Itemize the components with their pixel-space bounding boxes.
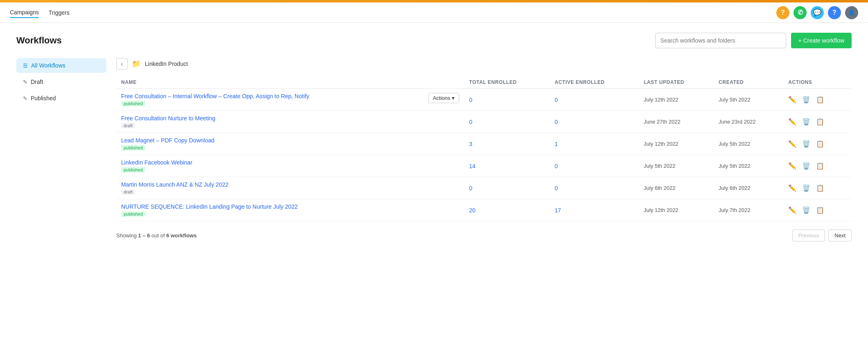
workflow-name-link[interactable]: Free Consultation Nurture to Meeting — [121, 115, 459, 122]
nav-icons: ? ✆ 💬 ? 👤 — [776, 6, 858, 19]
nav-triggers[interactable]: Triggers — [49, 8, 70, 18]
actions-dropdown[interactable]: Actions▾ — [428, 93, 460, 103]
col-created: CREATED — [714, 76, 783, 89]
nav-links: Campaigns Triggers — [10, 7, 70, 18]
table-row: Free Consultation Nurture to Meetingdraf… — [116, 111, 852, 133]
main-content: ☰ All Workflows ✎ Draft ✎ Published ‹ 📁 … — [16, 58, 852, 241]
col-name: NAME — [116, 76, 464, 89]
row-actions-cell: ✏️ 🗑️ 📋 — [783, 89, 852, 111]
workflow-name-link[interactable]: NURTURE SEQUENCE: LinkedIn Landing Page … — [121, 203, 459, 210]
user-avatar[interactable]: 👤 — [845, 6, 858, 19]
workflow-name-cell: Martin Morris Launch ANZ & NZ July 2022d… — [116, 177, 464, 199]
total-enrolled-value: 0 — [469, 185, 472, 192]
table-row: NURTURE SEQUENCE: LinkedIn Landing Page … — [116, 199, 852, 221]
chevron-down-icon: ▾ — [452, 95, 455, 101]
sidebar-item-all-workflows[interactable]: ☰ All Workflows — [16, 58, 106, 73]
status-badge: draft — [121, 123, 135, 128]
active-enrolled-value: 0 — [555, 97, 558, 103]
workflow-name-cell: NURTURE SEQUENCE: LinkedIn Landing Page … — [116, 199, 464, 221]
folder-name: LinkedIn Product — [145, 61, 188, 67]
copy-icon[interactable]: 📋 — [816, 140, 824, 148]
created-cell: July 5th 2022 — [714, 155, 783, 177]
status-badge: published — [121, 101, 145, 106]
search-input[interactable] — [655, 33, 786, 48]
copy-icon[interactable]: 📋 — [816, 206, 824, 214]
table-row: Lead Magnet – PDF Copy Downloadpublished… — [116, 133, 852, 155]
previous-button[interactable]: Previous — [792, 230, 825, 241]
delete-icon[interactable]: 🗑️ — [802, 96, 810, 104]
active-enrolled-cell: 0 — [550, 177, 639, 199]
workflow-name-cell: Free Consultation Nurture to Meetingdraf… — [116, 111, 464, 133]
page-container: Workflows + Create workflow ☰ All Workfl… — [0, 23, 868, 251]
pagination: Showing 1 – 6 out of 6 workflows Previou… — [116, 230, 852, 241]
table-row: Martin Morris Launch ANZ & NZ July 2022d… — [116, 177, 852, 199]
delete-icon[interactable]: 🗑️ — [802, 206, 810, 214]
edit-icon[interactable]: ✏️ — [788, 140, 796, 148]
last-updated-cell: July 6th 2022 — [639, 177, 714, 199]
row-actions: ✏️ 🗑️ 📋 — [788, 140, 847, 148]
navbar: Campaigns Triggers ? ✆ 💬 ? 👤 — [0, 2, 868, 23]
nav-campaigns[interactable]: Campaigns — [10, 7, 39, 18]
created-cell: June 23rd 2022 — [714, 111, 783, 133]
info-icon[interactable]: ? — [828, 6, 841, 19]
total-enrolled-value: 3 — [469, 141, 472, 147]
edit-icon[interactable]: ✏️ — [788, 118, 796, 126]
row-actions-cell: ✏️ 🗑️ 📋 — [783, 133, 852, 155]
edit-icon[interactable]: ✏️ — [788, 184, 796, 192]
total-enrolled-value: 20 — [469, 207, 476, 214]
last-updated-cell: July 12th 2022 — [639, 89, 714, 111]
draft-icon: ✎ — [23, 79, 27, 85]
workflow-name-link[interactable]: Martin Morris Launch ANZ & NZ July 2022 — [121, 181, 459, 188]
help-icon[interactable]: ? — [776, 6, 789, 19]
total-enrolled-value: 0 — [469, 119, 472, 125]
next-button[interactable]: Next — [828, 230, 852, 241]
sidebar-item-published[interactable]: ✎ Published — [16, 91, 106, 106]
edit-icon[interactable]: ✏️ — [788, 96, 796, 104]
sidebar: ☰ All Workflows ✎ Draft ✎ Published — [16, 58, 106, 241]
total-enrolled-cell: 0 — [464, 89, 550, 111]
phone-icon[interactable]: ✆ — [794, 6, 807, 19]
create-workflow-button[interactable]: + Create workflow — [791, 33, 852, 48]
delete-icon[interactable]: 🗑️ — [802, 184, 810, 192]
status-badge: published — [121, 211, 145, 217]
workflow-name-link[interactable]: Free Consultation – Internal Workflow – … — [121, 93, 309, 99]
created-cell: July 6th 2022 — [714, 177, 783, 199]
delete-icon[interactable]: 🗑️ — [802, 140, 810, 148]
delete-icon[interactable]: 🗑️ — [802, 118, 810, 126]
col-last-updated: LAST UPDATED — [639, 76, 714, 89]
active-enrolled-cell: 17 — [550, 199, 639, 221]
col-active-enrolled: ACTIVE ENROLLED — [550, 76, 639, 89]
col-total-enrolled: TOTAL ENROLLED — [464, 76, 550, 89]
status-badge: published — [121, 145, 145, 151]
active-enrolled-cell: 0 — [550, 111, 639, 133]
workflow-name-link[interactable]: LinkedIn Facebook Webinar — [121, 159, 459, 166]
chat-icon[interactable]: 💬 — [811, 6, 824, 19]
active-enrolled-value: 17 — [555, 207, 561, 214]
showing-text: Showing 1 – 6 out of 6 workflows — [116, 232, 789, 239]
active-enrolled-value: 1 — [555, 141, 558, 147]
copy-icon[interactable]: 📋 — [816, 184, 824, 192]
created-cell: July 5th 2022 — [714, 133, 783, 155]
active-enrolled-value: 0 — [555, 119, 558, 125]
sidebar-item-label: Draft — [31, 79, 43, 85]
delete-icon[interactable]: 🗑️ — [802, 162, 810, 170]
row-actions-cell: ✏️ 🗑️ 📋 — [783, 111, 852, 133]
total-enrolled-cell: 14 — [464, 155, 550, 177]
edit-icon[interactable]: ✏️ — [788, 162, 796, 170]
back-button[interactable]: ‹ — [116, 58, 128, 70]
col-actions: ACTIONS — [783, 76, 852, 89]
actions-label: Actions — [433, 95, 451, 101]
row-actions: ✏️ 🗑️ 📋 — [788, 162, 847, 170]
workflow-name-link[interactable]: Lead Magnet – PDF Copy Download — [121, 137, 459, 144]
copy-icon[interactable]: 📋 — [816, 96, 824, 104]
active-enrolled-cell: 1 — [550, 133, 639, 155]
copy-icon[interactable]: 📋 — [816, 162, 824, 170]
created-cell: July 7th 2022 — [714, 199, 783, 221]
copy-icon[interactable]: 📋 — [816, 118, 824, 126]
edit-icon[interactable]: ✏️ — [788, 206, 796, 214]
workflow-name-cell: Lead Magnet – PDF Copy Downloadpublished — [116, 133, 464, 155]
created-cell: July 5th 2022 — [714, 89, 783, 111]
active-enrolled-cell: 0 — [550, 89, 639, 111]
sidebar-item-draft[interactable]: ✎ Draft — [16, 74, 106, 89]
last-updated-cell: July 12th 2022 — [639, 199, 714, 221]
